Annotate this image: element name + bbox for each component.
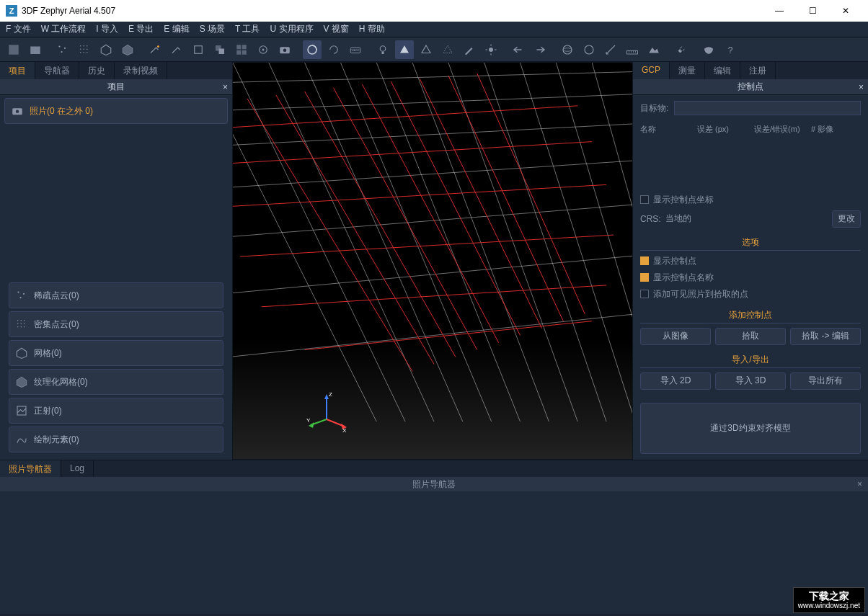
svg-point-51 [16, 110, 19, 114]
tab-gcp[interactable]: GCP [633, 62, 670, 79]
btn-pick-edit[interactable]: 拾取 -> 编辑 [790, 328, 861, 345]
target-label: 目标物: [640, 102, 668, 115]
bottom-panel: 照片导航器 × [0, 477, 868, 614]
svg-rect-21 [242, 45, 247, 49]
tool-camera-icon[interactable] [275, 40, 294, 59]
tool-wasd-icon[interactable]: WASD [346, 40, 365, 59]
tree-draw[interactable]: 绘制元素(0) [9, 427, 223, 452]
tool-mask-icon[interactable] [699, 40, 718, 59]
tab-record[interactable]: 录制视频 [115, 62, 167, 79]
menu-utilities[interactable]: U 实用程序 [270, 23, 314, 35]
svg-point-63 [24, 326, 25, 328]
tool-dense-icon[interactable] [75, 40, 94, 59]
col-name: 名称 [640, 124, 690, 135]
tool-measure-icon[interactable] [601, 40, 620, 59]
bottom-panel-title: 照片导航器 [412, 478, 456, 491]
menu-help[interactable]: H 帮助 [359, 23, 385, 35]
tool-help-icon[interactable]: ? [721, 40, 740, 59]
tool-globe-icon[interactable] [558, 40, 577, 59]
btn-import-3d[interactable]: 导入 3D [715, 372, 786, 390]
menu-tools[interactable]: T 工具 [235, 23, 260, 35]
minimize-button[interactable]: — [763, 0, 796, 22]
tool-open-icon[interactable] [26, 40, 45, 59]
tool-cube2-icon[interactable] [211, 40, 229, 59]
svg-point-55 [17, 320, 19, 321]
close-button[interactable]: ✕ [829, 0, 862, 22]
menu-file[interactable]: F 文件 [6, 23, 31, 35]
3d-viewport[interactable]: Z X Y [232, 62, 633, 460]
ortho-icon [15, 404, 28, 417]
tree-mesh[interactable]: 网格(0) [9, 340, 223, 366]
tree-item-label: 网格(0) [34, 347, 62, 360]
bottom-panel-close-icon[interactable]: × [857, 479, 862, 489]
crs-value: 当地的 [665, 213, 828, 225]
maximize-button[interactable]: ☐ [796, 0, 829, 22]
tool-terrain-icon[interactable] [645, 40, 663, 59]
tool-ruler-icon[interactable] [623, 40, 642, 59]
tree-sparse[interactable]: 稀疏点云(0) [9, 282, 223, 308]
svg-rect-20 [236, 45, 241, 49]
tool-redo-icon[interactable] [531, 40, 549, 59]
tool-brush-icon[interactable] [460, 40, 479, 59]
chk-show-names[interactable]: 显示控制点名称 [640, 272, 861, 284]
tool-wizard1-icon[interactable] [146, 40, 164, 59]
svg-rect-17 [195, 45, 203, 53]
svg-rect-44 [627, 50, 638, 54]
tool-orbit-icon[interactable] [303, 40, 322, 59]
tab-navigator[interactable]: 导航器 [35, 62, 79, 79]
crs-change-button[interactable]: 更改 [832, 210, 861, 228]
menu-edit[interactable]: E 编辑 [164, 23, 189, 35]
tool-cube1-icon[interactable] [189, 40, 208, 59]
tool-wizard2-icon[interactable] [167, 40, 186, 59]
tab-measure[interactable]: 测量 [670, 62, 705, 79]
tool-mesh-icon[interactable] [97, 40, 115, 59]
tab-photo-nav[interactable]: 照片导航器 [0, 460, 61, 477]
tool-undo-icon[interactable] [509, 40, 528, 59]
tree-ortho[interactable]: 正射(0) [9, 398, 223, 424]
tool-grid-icon[interactable] [232, 40, 251, 59]
tool-shade3-icon[interactable] [438, 40, 457, 59]
svg-text:WASD: WASD [351, 49, 359, 52]
tool-sparse-icon[interactable] [53, 40, 72, 59]
chk-add-visible[interactable]: 添加可见照片到拾取的点 [640, 288, 861, 300]
tab-edit[interactable]: 编辑 [705, 62, 740, 79]
btn-pick[interactable]: 拾取 [715, 328, 786, 345]
tab-register[interactable]: 注册 [740, 62, 776, 79]
tab-history[interactable]: 历史 [79, 62, 115, 79]
tool-wrench-icon[interactable] [672, 40, 691, 59]
left-panel-close-icon[interactable]: × [223, 82, 228, 92]
btn-import-2d[interactable]: 导入 2D [640, 372, 711, 390]
tool-texture-icon[interactable] [118, 40, 137, 59]
tree-item-label: 绘制元素(0) [34, 434, 79, 446]
tree-textured-mesh[interactable]: 纹理化网格(0) [9, 369, 223, 395]
menu-export[interactable]: E 导出 [128, 23, 154, 35]
btn-align-3d[interactable]: 通过3D约束对齐模型 [640, 403, 861, 455]
tool-rotate-icon[interactable] [324, 40, 343, 59]
btn-from-image[interactable]: 从图像 [640, 328, 711, 345]
right-panel-close-icon[interactable]: × [859, 82, 864, 92]
tab-project[interactable]: 项目 [0, 62, 35, 79]
tool-shade1-icon[interactable] [395, 40, 414, 59]
tab-log[interactable]: Log [61, 460, 94, 477]
tool-shade2-icon[interactable] [417, 40, 435, 59]
right-panel: GCP 测量 编辑 注册 控制点 × 目标物: 名称 误差 (px) 误差/错误… [633, 62, 868, 460]
bottom-tabs: 照片导航器 Log [0, 460, 868, 477]
chk-show-coords[interactable]: 显示控制点坐标 [640, 194, 861, 206]
menu-workflow[interactable]: W 工作流程 [41, 23, 87, 35]
target-input[interactable] [674, 101, 861, 115]
svg-point-5 [80, 45, 81, 47]
btn-export-all[interactable]: 导出所有 [790, 372, 861, 390]
menu-import[interactable]: I 导入 [96, 23, 118, 35]
tool-circle-icon[interactable] [580, 40, 598, 59]
svg-point-54 [19, 297, 21, 298]
menu-scene[interactable]: S 场景 [200, 23, 225, 35]
tool-gears-icon[interactable] [254, 40, 273, 59]
tree-dense[interactable]: 密集点云(0) [9, 311, 223, 337]
menu-view[interactable]: V 视窗 [324, 23, 349, 35]
chk-show-cp[interactable]: 显示控制点 [640, 255, 861, 267]
tool-light-icon[interactable] [373, 40, 392, 59]
col-imgs: # 影像 [811, 124, 861, 135]
tool-sun-icon[interactable] [482, 40, 500, 59]
tool-new-icon[interactable] [4, 40, 23, 59]
tree-cameras[interactable]: 照片(0 在之外 0) [4, 98, 228, 124]
